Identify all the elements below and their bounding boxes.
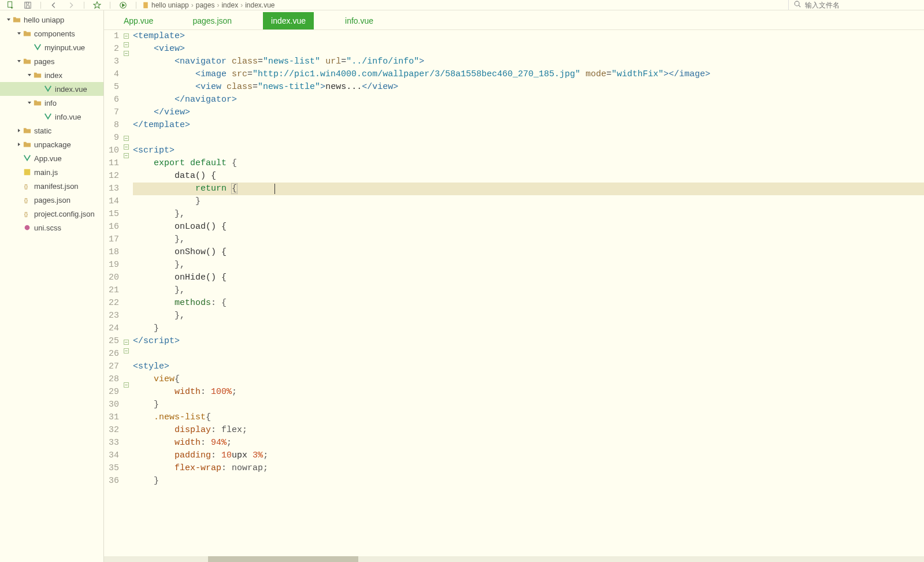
code-line[interactable]: },	[133, 310, 924, 322]
tree-arrow-icon[interactable]	[37, 114, 43, 120]
fold-toggle-icon[interactable]: −	[124, 153, 129, 158]
code-line[interactable]: </script>	[133, 335, 924, 348]
tree-arrow-icon[interactable]	[27, 72, 32, 78]
tree-item[interactable]: main.js	[0, 165, 103, 179]
back-icon[interactable]	[47, 1, 61, 9]
fold-toggle-icon[interactable]: −	[124, 382, 129, 388]
fold-toggle-icon[interactable]: −	[124, 42, 129, 47]
tree-arrow-icon[interactable]	[16, 197, 22, 203]
breadcrumb-item[interactable]: pages	[196, 1, 215, 9]
tree-arrow-icon[interactable]	[16, 142, 22, 147]
code-line[interactable]: onShow() {	[133, 246, 924, 259]
code-line[interactable]: <view class="news-title">news...</view>	[133, 81, 924, 94]
tree-arrow-icon[interactable]	[16, 155, 22, 161]
tree-arrow-icon[interactable]	[16, 225, 22, 230]
code-line[interactable]: padding: 10upx 3%;	[133, 449, 924, 462]
code-line[interactable]: .news-list{	[133, 411, 924, 424]
editor-tab[interactable]: index.vue	[263, 12, 314, 29]
code-line[interactable]: onHide() {	[133, 271, 924, 284]
horizontal-scrollbar[interactable]	[104, 556, 924, 562]
code-line[interactable]: },	[133, 284, 924, 297]
code-line[interactable]: }	[133, 322, 924, 335]
code-line[interactable]: flex-wrap: nowrap;	[133, 462, 924, 475]
tree-item[interactable]: uni.scss	[0, 221, 103, 235]
tree-item[interactable]: {}pages.json	[0, 193, 103, 207]
tree-item[interactable]: info.vue	[0, 110, 103, 124]
code-line[interactable]: },	[133, 233, 924, 246]
code-line[interactable]: width: 100%;	[133, 386, 924, 399]
star-icon[interactable]	[90, 1, 104, 9]
tree-item[interactable]: unpackage	[0, 137, 103, 151]
tree-arrow-icon[interactable]	[16, 31, 22, 36]
svg-rect-5	[143, 2, 148, 8]
scrollbar-thumb[interactable]	[208, 556, 358, 562]
file-search-input[interactable]	[805, 1, 921, 9]
new-file-icon[interactable]	[3, 1, 17, 9]
save-icon[interactable]	[21, 1, 35, 9]
fold-toggle-icon[interactable]: −	[124, 136, 129, 141]
tree-item[interactable]: info	[0, 96, 103, 110]
run-icon[interactable]	[116, 1, 130, 9]
fold-toggle-icon[interactable]: −	[124, 348, 129, 353]
fold-toggle-icon[interactable]: −	[124, 34, 129, 39]
tree-arrow-icon[interactable]	[16, 58, 22, 64]
tree-item[interactable]: {}project.config.json	[0, 207, 103, 221]
tree-arrow-icon[interactable]	[6, 17, 12, 23]
forward-icon[interactable]	[64, 1, 78, 9]
code-line[interactable]: export default {	[133, 157, 924, 170]
code-line[interactable]: width: 94%;	[133, 437, 924, 449]
code-line[interactable]: <template>	[133, 30, 924, 43]
code-line[interactable]: <image src="http://pic1.win4000.com/wall…	[133, 68, 924, 81]
tree-arrow-icon[interactable]	[16, 211, 22, 217]
tree-arrow-icon[interactable]	[37, 86, 43, 92]
code-line[interactable]: onLoad() {	[133, 221, 924, 233]
code-line[interactable]: <style>	[133, 360, 924, 373]
code-content[interactable]: <template> <view> <navigator class="news…	[132, 30, 924, 556]
code-line[interactable]: methods: {	[133, 297, 924, 310]
editor-tab[interactable]: info.vue	[337, 12, 381, 29]
code-line[interactable]: view{	[133, 373, 924, 386]
breadcrumb-item[interactable]: index.vue	[245, 1, 274, 9]
tree-arrow-icon[interactable]	[27, 100, 32, 106]
code-line[interactable]: },	[133, 259, 924, 271]
file-tree[interactable]: hello uniappcomponentsmyinput.vuepagesin…	[0, 10, 104, 562]
code-line[interactable]	[133, 132, 924, 144]
code-line[interactable]	[133, 348, 924, 360]
tree-item[interactable]: App.vue	[0, 151, 103, 165]
code-line[interactable]: display: flex;	[133, 424, 924, 437]
code-line[interactable]: }	[133, 399, 924, 411]
code-line[interactable]: </template>	[133, 119, 924, 132]
editor-tab[interactable]: App.vue	[116, 12, 161, 29]
tree-item[interactable]: hello uniapp	[0, 13, 103, 27]
tree-item[interactable]: static	[0, 124, 103, 137]
code-line[interactable]: }	[133, 195, 924, 208]
breadcrumb-item[interactable]: index	[221, 1, 238, 9]
tree-arrow-icon[interactable]	[16, 183, 22, 189]
code-line[interactable]: return {	[133, 183, 924, 195]
code-line[interactable]: <view>	[133, 43, 924, 55]
code-line[interactable]: },	[133, 208, 924, 221]
code-line[interactable]: </navigator>	[133, 94, 924, 106]
tree-arrow-icon[interactable]	[16, 169, 22, 175]
tree-item[interactable]: pages	[0, 54, 103, 68]
editor-tab[interactable]: pages.json	[184, 12, 240, 29]
tree-arrow-icon[interactable]	[16, 128, 22, 133]
code-line[interactable]: </view>	[133, 106, 924, 119]
tree-item[interactable]: myinput.vue	[0, 40, 103, 54]
search-icon[interactable]	[788, 0, 801, 10]
code-line[interactable]: <script>	[133, 144, 924, 157]
breadcrumb-item[interactable]: hello uniapp	[151, 1, 189, 9]
fold-toggle-icon[interactable]: −	[124, 144, 129, 150]
code-editor[interactable]: 1234567891011121314151617181920212223242…	[104, 30, 924, 556]
tree-item[interactable]: index	[0, 68, 103, 82]
tree-item-label: unpackage	[34, 140, 71, 149]
tree-item[interactable]: components	[0, 27, 103, 40]
fold-toggle-icon[interactable]: −	[124, 51, 129, 56]
code-line[interactable]: data() {	[133, 170, 924, 183]
code-line[interactable]: }	[133, 475, 924, 487]
fold-toggle-icon[interactable]: −	[124, 340, 129, 345]
tree-arrow-icon[interactable]	[27, 44, 32, 50]
tree-item[interactable]: index.vue	[0, 82, 103, 96]
code-line[interactable]: <navigator class="news-list" url="../inf…	[133, 55, 924, 68]
tree-item[interactable]: {}manifest.json	[0, 179, 103, 193]
